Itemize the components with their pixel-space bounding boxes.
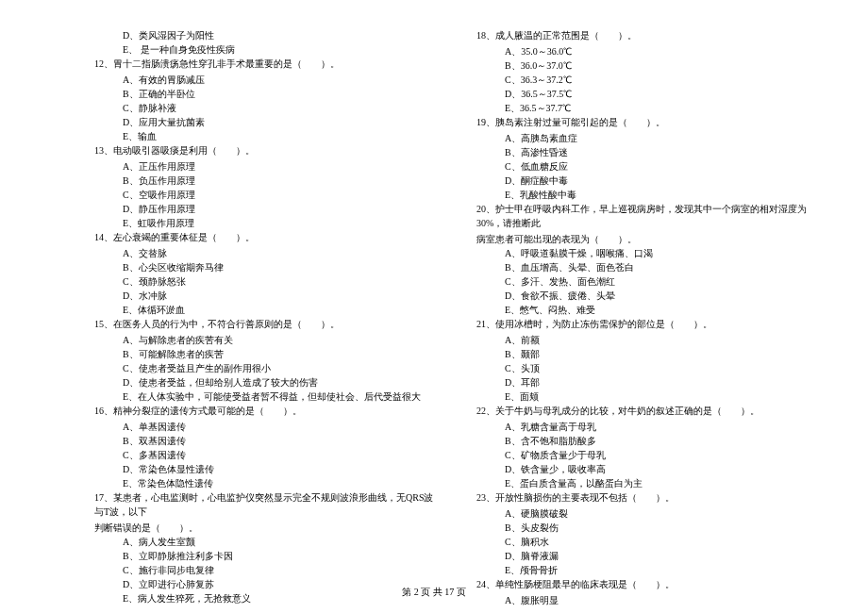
- answer-option: B、头皮裂伤: [476, 521, 821, 535]
- answer-option: D、类风湿因子为阳性: [94, 28, 439, 42]
- answer-option: D、食欲不振、疲倦、头晕: [476, 289, 821, 303]
- answer-option: D、应用大量抗菌素: [94, 115, 439, 129]
- answer-option: B、高渗性昏迷: [476, 145, 821, 159]
- answer-option: C、多汗、发热、面色潮红: [476, 274, 821, 289]
- answer-option: C、空吸作用原理: [94, 188, 439, 202]
- answer-option: E、 是一种自身免疫性疾病: [94, 42, 439, 57]
- answer-option: E、乳酸性酸中毒: [476, 188, 821, 202]
- question-text: 14、左心衰竭的重要体征是（ ）。: [94, 230, 439, 244]
- answer-option: E、憋气、闷热、难受: [476, 303, 821, 317]
- question-text: 21、使用冰槽时，为防止冻伤需保护的部位是（ ）。: [476, 317, 821, 331]
- answer-option: B、正确的半卧位: [94, 87, 439, 101]
- answer-option: B、立即静脉推注利多卡因: [94, 549, 439, 563]
- answer-option: A、乳糖含量高于母乳: [476, 420, 821, 434]
- answer-option: B、可能解除患者的疾苦: [94, 347, 439, 361]
- page-footer: 第 2 页 共 17 页: [0, 586, 868, 599]
- answer-option: B、负压作用原理: [94, 174, 439, 188]
- left-column: D、类风湿因子为阳性E、 是一种自身免疫性疾病12、胃十二指肠溃疡急性穿孔非手术…: [94, 28, 439, 607]
- answer-option: C、施行非同步电复律: [94, 563, 439, 577]
- answer-option: A、交替脉: [94, 246, 439, 260]
- answer-option: C、头顶: [476, 361, 821, 375]
- question-text: 15、在医务人员的行为中，不符合行善原则的是（ ）。: [94, 317, 439, 331]
- answer-option: E、输血: [94, 129, 439, 143]
- answer-option: D、常染色体显性遗传: [94, 462, 439, 476]
- answer-option: C、多基因遗传: [94, 448, 439, 462]
- answer-option: D、静压作用原理: [94, 202, 439, 216]
- right-column: 18、成人腋温的正常范围是（ ）。A、35.0～36.0℃B、36.0～37.0…: [476, 28, 821, 607]
- answer-option: D、使患者受益，但却给别人造成了较大的伤害: [94, 375, 439, 389]
- question-text: 23、开放性脑损伤的主要表现不包括（ ）。: [476, 490, 821, 505]
- answer-option: A、单基因遗传: [94, 420, 439, 434]
- answer-option: C、脑积水: [476, 535, 821, 549]
- answer-option: C、静脉补液: [94, 101, 439, 115]
- answer-option: A、病人发生室颤: [94, 535, 439, 549]
- question-text: 13、电动吸引器吸痰是利用（ ）。: [94, 143, 439, 157]
- answer-option: D、铁含量少，吸收率高: [476, 462, 821, 476]
- answer-option: A、正压作用原理: [94, 159, 439, 174]
- question-text: 12、胃十二指肠溃疡急性穿孔非手术最重要的是（ ）。: [94, 57, 439, 71]
- answer-option: E、面颊: [476, 389, 821, 404]
- two-column-layout: D、类风湿因子为阳性E、 是一种自身免疫性疾病12、胃十二指肠溃疡急性穿孔非手术…: [94, 28, 821, 607]
- question-text: 19、胰岛素注射过量可能引起的是（ ）。: [476, 115, 821, 129]
- question-text: 18、成人腋温的正常范围是（ ）。: [476, 28, 821, 42]
- answer-option: E、在人体实验中，可能使受益者暂不得益，但却使社会、后代受益很大: [94, 389, 439, 404]
- answer-option: B、血压增高、头晕、面色苍白: [476, 260, 821, 274]
- answer-option: D、水冲脉: [94, 289, 439, 303]
- answer-option: C、矿物质含量少于母乳: [476, 448, 821, 462]
- question-text: 20、护士甲在呼吸内科工作，早上巡视病房时，发现其中一个病室的相对湿度为30%，…: [476, 202, 821, 230]
- answer-option: E、颅骨骨折: [476, 563, 821, 577]
- answer-option: D、36.5～37.5℃: [476, 87, 821, 101]
- answer-option: B、颞部: [476, 347, 821, 361]
- answer-option: B、36.0～37.0℃: [476, 58, 821, 73]
- answer-option: A、35.0～36.0℃: [476, 44, 821, 58]
- answer-option: D、脑脊液漏: [476, 549, 821, 563]
- question-text: 22、关于牛奶与母乳成分的比较，对牛奶的叙述正确的是（ ）。: [476, 404, 821, 418]
- answer-option: E、体循环淤血: [94, 303, 439, 317]
- answer-option: B、含不饱和脂肪酸多: [476, 434, 821, 448]
- answer-option: B、心尖区收缩期奔马律: [94, 260, 439, 274]
- answer-option: C、36.3～37.2℃: [476, 73, 821, 87]
- question-continuation: 判断错误的是（ ）。: [94, 521, 439, 535]
- question-continuation: 病室患者可能出现的表现为（ ）。: [476, 232, 821, 246]
- answer-option: D、酮症酸中毒: [476, 174, 821, 188]
- answer-option: C、颈静脉怒张: [94, 274, 439, 289]
- answer-option: A、硬脑膜破裂: [476, 506, 821, 521]
- answer-option: C、低血糖反应: [476, 159, 821, 174]
- answer-option: C、使患者受益且产生的副作用很小: [94, 361, 439, 375]
- answer-option: B、双基因遗传: [94, 434, 439, 448]
- answer-option: A、前额: [476, 333, 821, 347]
- answer-option: A、与解除患者的疾苦有关: [94, 333, 439, 347]
- answer-option: E、虹吸作用原理: [94, 216, 439, 230]
- answer-option: E、36.5～37.7℃: [476, 101, 821, 115]
- answer-option: E、常染色体隐性遗传: [94, 476, 439, 490]
- answer-option: A、有效的胃肠减压: [94, 73, 439, 87]
- answer-option: D、耳部: [476, 375, 821, 389]
- question-text: 16、精神分裂症的遗传方式最可能的是（ ）。: [94, 404, 439, 418]
- answer-option: A、高胰岛素血症: [476, 131, 821, 145]
- question-text: 17、某患者，心电监测时，心电监护仪突然显示完全不规则波浪形曲线，无QRS波与T…: [94, 490, 439, 519]
- answer-option: E、蛋白质含量高，以酪蛋白为主: [476, 476, 821, 490]
- answer-option: A、呼吸道黏膜干燥，咽喉痛、口渴: [476, 246, 821, 260]
